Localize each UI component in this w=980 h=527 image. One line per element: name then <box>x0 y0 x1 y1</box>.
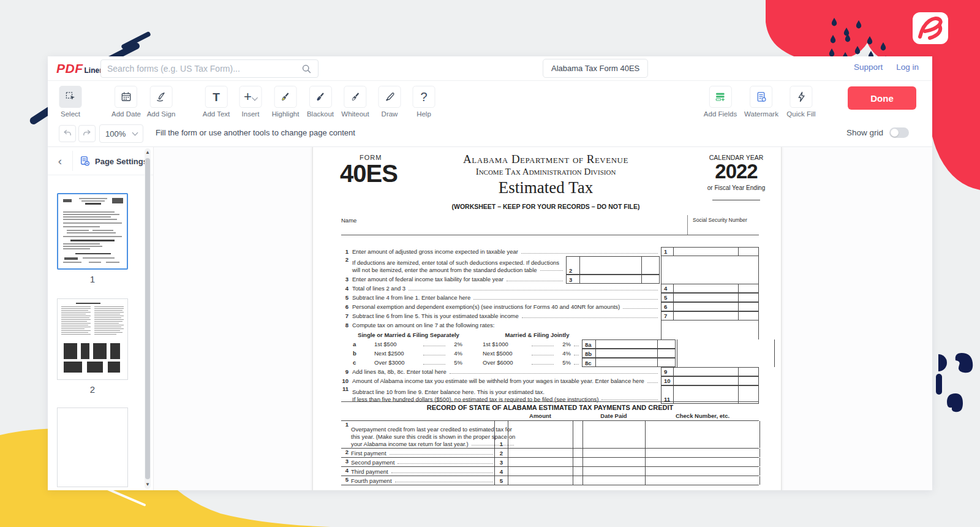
chevron-down-icon <box>252 95 258 101</box>
login-link[interactable]: Log in <box>896 63 919 72</box>
form-field-1-cents[interactable] <box>739 248 758 256</box>
add-date-button[interactable]: Add Date <box>111 86 141 118</box>
logo-pdf-text: PDF <box>56 61 83 76</box>
record-4-date[interactable] <box>582 467 645 476</box>
select-tool-button[interactable]: Select <box>59 86 82 118</box>
form-field-3-cents[interactable] <box>642 275 659 283</box>
page-settings-icon <box>80 156 91 167</box>
form-field-9-cents[interactable] <box>739 368 758 376</box>
page-thumbnail-1[interactable] <box>57 193 128 270</box>
whiteout-button[interactable]: Whiteout <box>341 86 369 118</box>
scroll-up-icon[interactable]: ▲ <box>145 150 150 155</box>
calendar-icon <box>120 91 132 103</box>
record-3-amount[interactable] <box>508 458 573 466</box>
form-field-5-cents[interactable] <box>739 294 758 301</box>
search-bar[interactable] <box>100 59 318 78</box>
page-thumbnail-2[interactable] <box>57 298 128 380</box>
app-panel: PDF Liner Alabama Tax Form 40ES Support … <box>48 56 932 490</box>
record-1-amount[interactable] <box>508 421 573 448</box>
record-col-date-paid: Date Paid <box>582 412 645 419</box>
dept-line-1: Alabama Department of Revenue <box>423 153 668 166</box>
add-fields-button[interactable]: Add Fields <box>704 86 737 118</box>
page-number-2: 2 <box>57 384 128 395</box>
form-field-10-cents[interactable] <box>739 377 758 385</box>
name-field[interactable] <box>341 215 685 235</box>
undo-button[interactable] <box>59 125 76 142</box>
form-line-5: 5 Subtract line 4 from line 1. Enter bal… <box>341 293 759 302</box>
form-field-9[interactable] <box>674 368 739 376</box>
record-row-5: 5 Fourth payment 5 <box>341 476 759 485</box>
form-field-8b-cents[interactable] <box>658 349 675 357</box>
record-title: RECORD OF STATE OF ALABAMA ESTIMATED TAX… <box>341 404 759 411</box>
page-thumbnail-3[interactable] <box>57 408 128 487</box>
page-settings-button[interactable]: Page Settings <box>80 152 148 170</box>
document-title-chip[interactable]: Alabama Tax Form 40ES <box>543 59 648 78</box>
record-1-date[interactable] <box>582 421 645 448</box>
support-link[interactable]: Support <box>854 63 883 72</box>
scrollbar-thumb[interactable] <box>145 158 150 479</box>
form-field-11[interactable] <box>674 386 739 403</box>
zoom-select[interactable]: 100% <box>99 124 143 143</box>
sidebar-collapse-button[interactable]: ‹ <box>51 153 69 170</box>
form-field-10[interactable] <box>674 377 739 385</box>
scroll-down-icon[interactable]: ▼ <box>145 482 150 487</box>
record-3-check[interactable] <box>645 458 760 466</box>
record-3-date[interactable] <box>582 458 645 466</box>
add-sign-button[interactable]: Add Sign <box>147 86 176 118</box>
form-field-7[interactable] <box>674 312 739 320</box>
show-grid-toggle[interactable] <box>889 127 909 138</box>
form-field-8b[interactable] <box>596 349 658 357</box>
payments-record-section: RECORD OF STATE OF ALABAMA ESTIMATED TAX… <box>341 401 759 485</box>
record-1-check[interactable] <box>645 421 760 448</box>
worksheet-note: (WORKSHEET – KEEP FOR YOUR RECORDS – DO … <box>423 203 668 210</box>
pdf-page[interactable]: FORM 40ES Alabama Department of Revenue … <box>312 147 782 490</box>
form-field-2[interactable] <box>580 257 642 274</box>
record-4-check[interactable] <box>645 467 760 476</box>
record-2-check[interactable] <box>645 449 760 457</box>
record-4-amount[interactable] <box>508 467 573 476</box>
done-button[interactable]: Done <box>848 86 916 110</box>
form-field-8c[interactable] <box>596 358 658 366</box>
form-field-6-cents[interactable] <box>739 303 758 311</box>
lightning-icon <box>795 91 807 103</box>
sidebar-scrollbar[interactable]: ▲ ▼ <box>145 148 151 489</box>
form-field-6[interactable] <box>674 303 739 311</box>
rate-row-c: c Over $3000 5% Over $6000 5% 8c <box>341 358 759 367</box>
blackout-button[interactable]: Blackout <box>307 86 334 118</box>
draw-button[interactable]: Draw <box>379 86 401 118</box>
record-5-date[interactable] <box>582 476 645 485</box>
form-line-2: 2 If deductions are itemized, enter tota… <box>341 256 759 275</box>
form-header: FORM 40ES Alabama Department of Revenue … <box>313 147 781 238</box>
form-line-9: 9 Add lines 8a, 8b, 8c. Enter total here… <box>341 367 759 376</box>
form-field-2-cents[interactable] <box>642 257 659 274</box>
form-field-4-cents[interactable] <box>739 284 758 292</box>
form-field-11-cents[interactable] <box>739 386 758 403</box>
watermark-button[interactable]: Watermark <box>744 86 778 118</box>
form-field-8a[interactable] <box>596 340 658 348</box>
form-field-5[interactable] <box>674 294 739 301</box>
form-field-3[interactable] <box>580 275 642 283</box>
insert-button[interactable]: + Insert <box>239 86 262 118</box>
form-number: 40ES <box>340 160 398 188</box>
fiscal-year-field[interactable] <box>712 200 760 200</box>
record-2-amount[interactable] <box>508 449 573 457</box>
form-field-8a-cents[interactable] <box>658 340 675 348</box>
form-line-8: 8 Compute tax on amount on line 7 at the… <box>341 320 759 330</box>
pdfliner-logo[interactable]: PDF Liner <box>56 61 102 76</box>
record-5-amount[interactable] <box>508 476 573 485</box>
form-field-7-cents[interactable] <box>739 312 758 320</box>
record-5-check[interactable] <box>645 476 760 485</box>
form-field-8c-cents[interactable] <box>658 358 675 366</box>
form-field-1[interactable] <box>674 248 739 256</box>
quick-fill-button[interactable]: Quick Fill <box>786 86 815 118</box>
redo-button[interactable] <box>78 125 96 142</box>
form-line-1: 1 Enter amount of adjusted gross income … <box>341 247 759 256</box>
highlight-button[interactable]: Highlight <box>272 86 300 118</box>
add-text-button[interactable]: T Add Text <box>203 86 230 118</box>
form-field-4[interactable] <box>674 284 739 292</box>
ssn-field[interactable]: Social Security Number <box>687 215 759 235</box>
search-input[interactable] <box>107 64 301 74</box>
search-icon <box>301 64 312 74</box>
help-button[interactable]: ? Help <box>413 86 435 118</box>
record-2-date[interactable] <box>582 449 645 457</box>
